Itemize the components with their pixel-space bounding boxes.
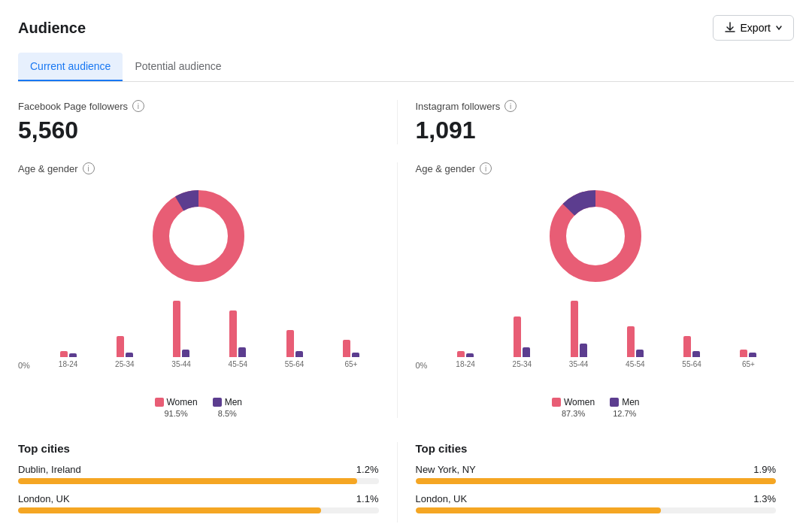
- age-group-45-54: 45-54: [607, 297, 662, 368]
- city-row: London, UK1.3%: [416, 493, 777, 513]
- instagram-followers-label: Instagram followers i: [416, 100, 777, 112]
- facebook-followers-value: 5,560: [18, 117, 379, 144]
- age-label: 18-24: [59, 360, 78, 368]
- age-group-55-64: 55-64: [665, 297, 720, 368]
- instagram-age-gender-info-icon[interactable]: i: [480, 162, 492, 174]
- charts-row: Age & gender i 0% 18-2425-3435-4445-5455…: [18, 162, 794, 418]
- age-group-65+: 65+: [721, 297, 776, 368]
- instagram-age-gender-title: Age & gender i: [416, 162, 777, 174]
- age-label: 45-54: [229, 360, 248, 368]
- city-name: Dublin, Ireland: [18, 464, 81, 475]
- chevron-down-icon: [775, 24, 783, 32]
- bar-pair: [627, 297, 644, 357]
- page: Audience Export Current audience Potenti…: [0, 0, 812, 530]
- bar-pair: [740, 297, 756, 357]
- age-group-55-64: 55-64: [267, 297, 322, 368]
- age-label: 55-64: [285, 360, 304, 368]
- men-bar: [352, 353, 359, 357]
- age-label: 45-54: [626, 360, 645, 368]
- city-name: New York, NY: [416, 464, 476, 475]
- men-bar: [69, 353, 77, 357]
- women-bar: [571, 301, 578, 357]
- men-bar: [182, 350, 189, 357]
- age-group-65+: 65+: [323, 297, 378, 368]
- bar-pair: [343, 297, 359, 357]
- women-bar: [627, 326, 635, 357]
- age-group-18-24: 18-24: [438, 297, 493, 368]
- export-button[interactable]: Export: [713, 15, 794, 41]
- women-bar: [457, 351, 465, 357]
- instagram-legend: Women 87.3% Men 12.7%: [552, 397, 639, 418]
- facebook-men-legend: Men 8.5%: [213, 397, 242, 418]
- city-bar-bg: [18, 507, 379, 513]
- women-bar: [740, 350, 747, 357]
- men-color-swatch: [213, 398, 222, 407]
- women-bar: [173, 301, 180, 357]
- age-label: 65+: [742, 360, 755, 368]
- women-bar: [683, 336, 691, 357]
- city-bar-fill: [18, 507, 321, 513]
- age-label: 18-24: [456, 360, 475, 368]
- top-cities-row: Top cities Dublin, Ireland1.2%London, UK…: [18, 442, 794, 522]
- age-label: 25-34: [513, 360, 532, 368]
- tabs: Current audience Potential audience: [18, 53, 794, 82]
- women-bar: [60, 351, 68, 357]
- women-color-swatch: [155, 398, 164, 407]
- instagram-donut-chart: [543, 183, 648, 289]
- facebook-cities-block: Top cities Dublin, Ireland1.2%London, UK…: [18, 442, 397, 522]
- bar-pair: [229, 297, 246, 357]
- bar-pair: [173, 297, 189, 357]
- instagram-top-cities-title: Top cities: [416, 442, 777, 455]
- age-group-25-34: 25-34: [495, 297, 550, 368]
- tab-potential-audience[interactable]: Potential audience: [123, 53, 233, 81]
- men-bar: [523, 347, 530, 357]
- facebook-legend: Women 91.5% Men 8.5%: [155, 397, 242, 418]
- men-bar: [466, 353, 474, 357]
- men-bar: [295, 351, 303, 357]
- age-group-35-44: 35-44: [551, 297, 606, 368]
- svg-point-5: [567, 207, 624, 265]
- tab-current-audience[interactable]: Current audience: [18, 53, 123, 81]
- header: Audience Export: [18, 15, 794, 41]
- city-bar-fill: [416, 507, 661, 513]
- women-bar: [229, 310, 237, 357]
- men-bar: [580, 344, 587, 357]
- city-name: London, UK: [18, 493, 70, 504]
- facebook-bar-chart: 0% 18-2425-3435-4445-5455-6465+: [18, 301, 379, 391]
- city-bar-bg: [416, 478, 777, 484]
- city-percent: 1.9%: [753, 464, 776, 475]
- metrics-row: Facebook Page followers i 5,560 Instagra…: [18, 100, 794, 144]
- instagram-donut-bar: 0% 18-2425-3435-4445-5455-6465+ Women 87…: [416, 183, 777, 418]
- city-percent: 1.2%: [356, 464, 379, 475]
- facebook-donut-bar: 0% 18-2425-3435-4445-5455-6465+ Women 91…: [18, 183, 379, 418]
- women-color-swatch-ig: [552, 398, 561, 407]
- men-bar: [238, 347, 246, 357]
- age-label: 35-44: [171, 360, 191, 368]
- city-percent: 1.1%: [356, 493, 379, 504]
- facebook-followers-info-icon[interactable]: i: [132, 100, 144, 112]
- city-row: London, UK1.1%: [18, 493, 379, 513]
- instagram-cities-block: Top cities New York, NY1.9%London, UK1.3…: [397, 442, 795, 522]
- women-bar: [286, 330, 294, 357]
- facebook-followers-label: Facebook Page followers i: [18, 100, 379, 112]
- age-label: 65+: [344, 360, 357, 368]
- facebook-women-legend: Women 91.5%: [155, 397, 198, 418]
- bar-pair: [571, 297, 587, 357]
- age-label: 25-34: [115, 360, 135, 368]
- instagram-chart-block: Age & gender i 0% 18-2425-3435-4445-5455…: [397, 162, 795, 418]
- city-percent: 1.3%: [753, 493, 776, 504]
- facebook-age-gender-title: Age & gender i: [18, 162, 379, 174]
- facebook-age-gender-info-icon[interactable]: i: [83, 162, 95, 174]
- page-title: Audience: [18, 20, 86, 37]
- city-bar-fill: [18, 478, 357, 484]
- instagram-men-legend: Men 12.7%: [610, 397, 639, 418]
- city-row: New York, NY1.9%: [416, 464, 777, 484]
- bar-pair: [683, 297, 700, 357]
- facebook-metric-block: Facebook Page followers i 5,560: [18, 100, 397, 144]
- bar-pair: [457, 297, 474, 357]
- men-bar: [749, 353, 756, 357]
- instagram-bar-chart: 0% 18-2425-3435-4445-5455-6465+: [416, 301, 777, 391]
- instagram-followers-info-icon[interactable]: i: [504, 100, 517, 112]
- city-bar-bg: [416, 507, 777, 513]
- bar-pair: [514, 297, 530, 357]
